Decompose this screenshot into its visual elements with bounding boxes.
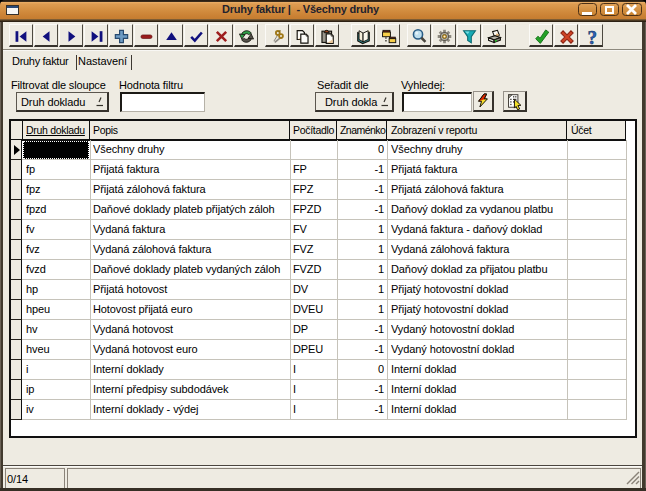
svg-text:?: ? — [587, 28, 597, 46]
